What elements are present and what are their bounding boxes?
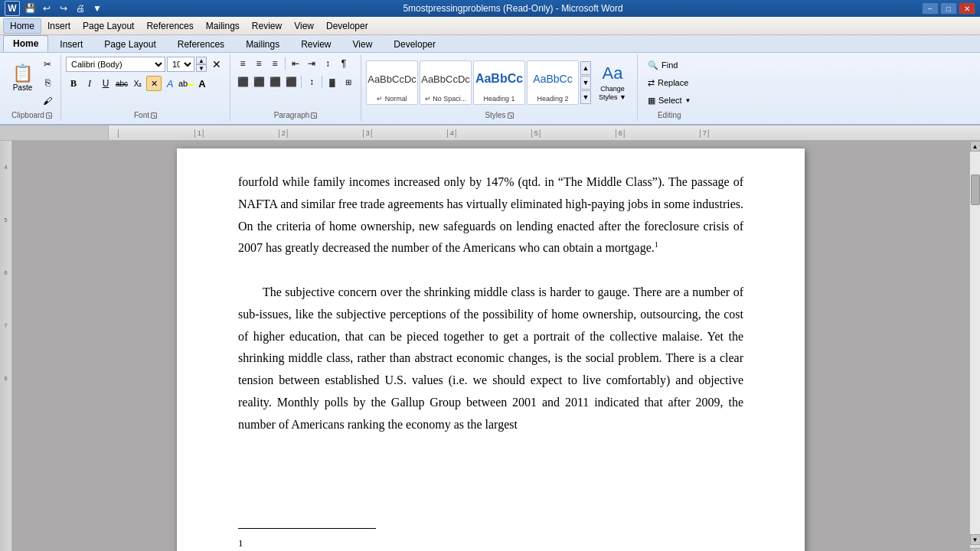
multilevel-list-button[interactable]: ≡ [267, 56, 283, 71]
italic-button[interactable]: I [82, 76, 97, 91]
subscript-button[interactable]: X₂ [130, 76, 145, 91]
styles-more[interactable]: ▼ [580, 90, 591, 104]
font-color-button[interactable]: A [194, 76, 210, 91]
print-quick-btn[interactable]: 🖨 [74, 2, 87, 15]
undo-quick-btn[interactable]: ↩ [40, 2, 54, 15]
ribbon-tabs: Home Insert Page Layout References Maili… [0, 35, 980, 52]
styles-scroll-down[interactable]: ▼ [580, 76, 591, 90]
menu-view[interactable]: View [288, 19, 320, 33]
replace-button[interactable]: ⇄ Replace [642, 76, 694, 90]
styles-dialog-launcher[interactable]: ↘ [508, 112, 514, 119]
style-heading1[interactable]: AaBbCc Heading 1 [473, 60, 525, 105]
format-painter-button[interactable]: 🖌 [39, 93, 56, 109]
ruler: │ │1│ │2│ │3│ │4│ │5│ │6│ │7│ [0, 126, 980, 141]
cut-button[interactable]: ✂ [39, 56, 56, 73]
bold-button[interactable]: B [66, 76, 81, 91]
increase-indent-button[interactable]: ⇥ [304, 56, 319, 71]
show-paragraph-button[interactable]: ¶ [336, 56, 351, 71]
change-styles-button[interactable]: Aa ChangeStyles ▼ [593, 60, 632, 105]
strikethrough-button[interactable]: abc [114, 76, 129, 91]
menu-insert[interactable]: Insert [41, 19, 77, 33]
copy-button[interactable]: ⎘ [39, 74, 56, 91]
bullets-button[interactable]: ≡ [235, 56, 250, 71]
style-heading2-preview: AaBbCc [529, 63, 577, 95]
font-size-select[interactable]: 10 [167, 57, 194, 72]
close-button[interactable]: ✕ [959, 2, 975, 15]
menu-home[interactable]: Home [3, 18, 41, 34]
sort-button[interactable]: ↕ [320, 56, 335, 71]
font-size-decrease-button[interactable]: ▼ [196, 64, 207, 72]
menu-references[interactable]: References [140, 19, 199, 33]
find-icon: 🔍 [648, 60, 658, 70]
select-button[interactable]: ▦ Select ▼ [642, 93, 697, 108]
decrease-indent-button[interactable]: ⇤ [288, 56, 303, 71]
numbering-button[interactable]: ≡ [251, 56, 266, 71]
align-left-button[interactable]: ⬛ [235, 74, 250, 90]
change-styles-icon: Aa [603, 64, 623, 83]
tab-review[interactable]: Review [291, 36, 341, 52]
paste-label: Paste [13, 83, 33, 93]
line-spacing-button[interactable]: ↕ [304, 74, 319, 90]
tab-home[interactable]: Home [3, 35, 48, 52]
select-icon: ▦ [648, 96, 655, 106]
ruler-mark-4: │3│ [361, 129, 374, 137]
tab-page-layout[interactable]: Page Layout [94, 36, 165, 52]
minimize-button[interactable]: − [922, 2, 939, 15]
ribbon-content: 📋 Paste ✂ ⎘ 🖌 Clipboard ↘ Calibri (Body [0, 52, 980, 124]
menu-developer[interactable]: Developer [320, 19, 374, 33]
replace-label: Replace [658, 78, 688, 87]
paragraph-label: Paragraph [274, 111, 310, 119]
font-label: Font [134, 111, 149, 119]
paste-button[interactable]: 📋 Paste [8, 56, 38, 102]
save-quick-btn[interactable]: 💾 [23, 2, 37, 15]
text-effects-button[interactable]: A [162, 76, 178, 91]
paragraph-dialog-launcher[interactable]: ↘ [311, 112, 317, 119]
style-heading1-preview: AaBbCc [475, 63, 523, 95]
paragraph-2: The subjective concern over the shrinkin… [238, 282, 743, 436]
menu-page-layout[interactable]: Page Layout [77, 19, 140, 33]
underline-button[interactable]: U [98, 76, 113, 91]
menu-review[interactable]: Review [246, 19, 288, 33]
style-no-spacing[interactable]: AaBbCcDc ↵ No Spaci... [420, 60, 472, 105]
redo-quick-btn[interactable]: ↪ [57, 2, 70, 15]
tab-insert[interactable]: Insert [50, 36, 93, 52]
scroll-page-up[interactable]: ⊙ [970, 548, 981, 551]
font-dialog-launcher[interactable]: ↘ [151, 112, 157, 119]
clipboard-dialog-launcher[interactable]: ↘ [46, 112, 52, 119]
select-label: Select [658, 96, 682, 105]
tab-developer[interactable]: Developer [384, 36, 446, 52]
dropdown-quick-btn[interactable]: ▼ [90, 2, 104, 15]
borders-button[interactable]: ⊞ [341, 74, 356, 90]
menu-mailings[interactable]: Mailings [200, 19, 246, 33]
ruler-v-6: 6 [4, 269, 7, 276]
scroll-up-button[interactable]: ▲ [970, 141, 981, 152]
window-controls: − □ ✕ [922, 2, 975, 15]
maximize-button[interactable]: □ [940, 2, 957, 15]
justify-button[interactable]: ⬛ [283, 74, 299, 90]
ruler-mark-7: │6│ [614, 129, 626, 137]
align-right-button[interactable]: ⬛ [267, 74, 283, 90]
clear-format-button[interactable]: ✕ [146, 76, 162, 91]
tab-references[interactable]: References [168, 36, 234, 52]
ruler-v-4: 4 [4, 164, 7, 171]
paragraph-group: ≡ ≡ ≡ ⇤ ⇥ ↕ ¶ ⬛ ⬛ ⬛ ⬛ ↕ ▓ [230, 54, 361, 121]
clear-formatting-button[interactable]: ✕ [208, 56, 225, 73]
highlight-button[interactable]: ab▬ [178, 76, 194, 91]
ruler-mark-3: │2│ [277, 129, 289, 137]
style-no-spacing-label: ↵ No Spaci... [425, 95, 467, 103]
ruler-mark-8: │7│ [698, 129, 710, 137]
shading-button[interactable]: ▓ [325, 74, 340, 90]
left-ruler: 4 5 6 7 8 [0, 141, 12, 551]
scroll-thumb[interactable] [971, 174, 980, 205]
font-name-select[interactable]: Calibri (Body) [66, 57, 165, 72]
style-normal[interactable]: AaBbCcDc ↵ Normal [366, 60, 418, 105]
find-button[interactable]: 🔍 Find [642, 58, 683, 73]
tab-view[interactable]: View [343, 36, 383, 52]
font-size-increase-button[interactable]: ▲ [196, 57, 207, 64]
tab-mailings[interactable]: Mailings [236, 36, 289, 52]
style-normal-label: ↵ Normal [377, 95, 407, 103]
style-heading2[interactable]: AaBbCc Heading 2 [527, 60, 579, 105]
scroll-down-button[interactable]: ▼ [970, 534, 981, 545]
align-center-button[interactable]: ⬛ [251, 74, 266, 90]
styles-scroll-up[interactable]: ▲ [580, 61, 591, 75]
